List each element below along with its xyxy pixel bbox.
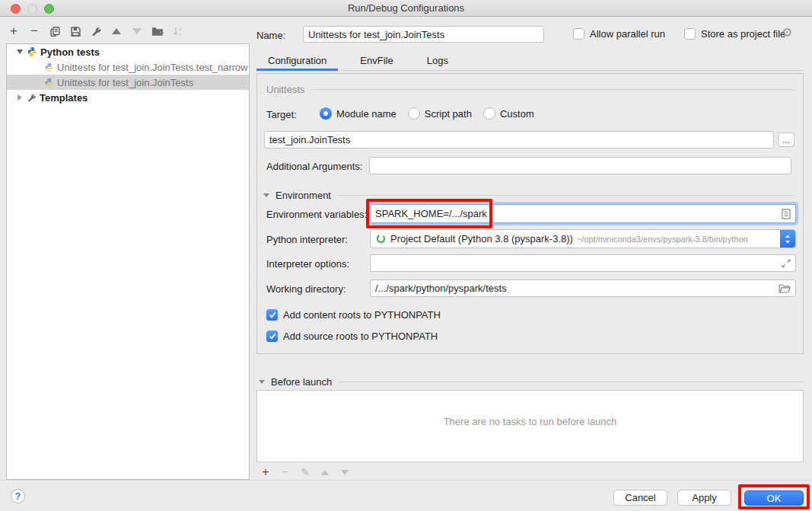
name-label: Name: <box>256 30 285 41</box>
remove-configuration-button[interactable]: − <box>28 25 40 37</box>
tree-item-templates[interactable]: Templates <box>7 90 249 105</box>
before-launch-empty-message: There are no tasks to run before launch <box>257 416 803 427</box>
tab-envfile[interactable]: EnvFile <box>349 49 404 71</box>
radio-script-path[interactable]: Script path <box>408 107 472 120</box>
tree-item-label: Unittests for test_join.JoinTests <box>57 77 193 88</box>
collapse-section-icon[interactable] <box>259 380 265 384</box>
add-source-roots-label: Add source roots to PYTHONPATH <box>283 331 438 342</box>
expand-triangle-icon[interactable] <box>14 50 25 54</box>
add-content-roots-option[interactable]: Add content roots to PYTHONPATH <box>266 309 441 321</box>
add-configuration-button[interactable]: + <box>8 25 20 37</box>
help-button[interactable]: ? <box>11 489 25 503</box>
radio-circle-icon <box>483 107 495 120</box>
title-bar: Run/Debug Configurations <box>0 0 812 17</box>
configurations-toolbar: + − az <box>8 24 184 39</box>
python-test-icon <box>44 62 54 72</box>
move-down-button <box>131 25 143 37</box>
gear-icon[interactable]: ⚙ <box>782 25 792 40</box>
radio-circle-icon <box>320 107 332 120</box>
add-content-roots-checkbox[interactable] <box>266 309 278 321</box>
radio-circle-icon <box>408 107 420 120</box>
dropdown-chevrons-icon[interactable] <box>780 230 795 248</box>
move-task-up-button <box>319 466 331 478</box>
environment-variables-input[interactable]: SPARK_HOME=/.../spark <box>370 204 796 223</box>
save-configuration-icon[interactable] <box>69 25 81 37</box>
before-launch-toolbar: + − ✎ <box>260 465 351 479</box>
before-launch-group-label: Before launch <box>271 376 332 388</box>
python-icon <box>27 46 37 57</box>
python-test-icon <box>44 78 54 88</box>
working-directory-label: Working directory: <box>266 283 346 295</box>
ok-button[interactable]: OK <box>744 490 804 506</box>
unittests-group-header: Unittests <box>266 84 794 95</box>
working-directory-input[interactable]: /.../spark/python/pyspark/tests <box>370 279 796 297</box>
target-label: Target: <box>266 109 297 120</box>
window-title: Run/Debug Configurations <box>348 2 464 14</box>
browse-folder-icon[interactable] <box>779 284 791 293</box>
new-folder-icon[interactable] <box>151 25 164 37</box>
target-input[interactable]: test_join.JoinTests <box>264 131 774 149</box>
edit-templates-wrench-icon[interactable] <box>90 25 102 37</box>
minimize-window-button <box>27 4 37 14</box>
tree-item-unittests-narrow[interactable]: Unittests for test_join.JoinTests.test_n… <box>7 59 249 75</box>
interpreter-path: ~/opt/miniconda3/envs/pyspark-3.8/bin/py… <box>577 235 780 244</box>
conda-env-icon <box>376 234 386 244</box>
store-as-project-file-label: Store as project file <box>701 28 785 40</box>
allow-parallel-run-label: Allow parallel run <box>590 28 665 40</box>
before-launch-group-header[interactable]: Before launch <box>259 376 804 388</box>
tree-item-unittests-jointests-selected[interactable]: Unittests for test_join.JoinTests <box>7 75 249 90</box>
edit-variables-icon[interactable] <box>782 209 791 219</box>
cancel-button[interactable]: Cancel <box>613 490 667 506</box>
python-interpreter-label: Python interpreter: <box>266 234 348 245</box>
tree-item-label: Python tests <box>40 46 100 58</box>
expand-field-icon[interactable] <box>782 259 791 268</box>
unittests-group-label: Unittests <box>266 84 305 95</box>
additional-arguments-label: Additional Arguments: <box>266 161 362 172</box>
add-source-roots-option[interactable]: Add source roots to PYTHONPATH <box>266 331 438 342</box>
footer-divider <box>0 480 812 481</box>
wrench-icon <box>27 93 37 103</box>
radio-custom[interactable]: Custom <box>483 107 534 120</box>
svg-text:z: z <box>179 31 181 37</box>
tree-item-label: Unittests for test_join.JoinTests.test_n… <box>57 62 248 73</box>
store-as-project-file-option[interactable]: Store as project file <box>684 28 785 40</box>
store-as-project-file-checkbox[interactable] <box>684 28 696 40</box>
environment-group-header[interactable]: Environment <box>263 190 794 201</box>
apply-button[interactable]: Apply <box>677 490 731 506</box>
python-interpreter-select[interactable]: Project Default (Python 3.8 (pyspark-3.8… <box>370 229 796 248</box>
copy-configuration-icon[interactable] <box>49 25 61 37</box>
move-up-button[interactable] <box>110 25 123 37</box>
interpreter-name: Project Default (Python 3.8 (pyspark-3.8… <box>390 233 573 244</box>
close-window-button[interactable] <box>11 4 21 14</box>
allow-parallel-run-option[interactable]: Allow parallel run <box>573 28 665 40</box>
allow-parallel-run-checkbox[interactable] <box>573 28 584 40</box>
configuration-tabs: Configuration EnvFile Logs <box>256 49 804 71</box>
edit-task-pencil-icon: ✎ <box>299 466 311 478</box>
configurations-tree: Python tests Unittests for test_join.Joi… <box>6 43 250 480</box>
remove-task-button: − <box>279 466 291 478</box>
zoom-window-button[interactable] <box>44 4 54 14</box>
target-radio-group: Module name Script path Custom <box>320 107 534 120</box>
before-launch-task-list: There are no tasks to run before launch <box>256 390 804 462</box>
sort-alphabetically-icon: az <box>172 25 184 37</box>
collapse-section-icon[interactable] <box>263 193 269 197</box>
additional-arguments-input[interactable] <box>369 157 791 174</box>
tab-configuration[interactable]: Configuration <box>256 49 338 71</box>
environment-variables-label: Environment variables: <box>266 209 367 220</box>
interpreter-options-label: Interpreter options: <box>266 258 349 270</box>
tree-item-python-tests[interactable]: Python tests <box>7 44 249 59</box>
move-task-down-button <box>339 466 351 478</box>
environment-group-label: Environment <box>275 190 331 201</box>
add-source-roots-checkbox[interactable] <box>266 331 278 342</box>
tree-item-label: Templates <box>40 92 88 104</box>
tab-logs[interactable]: Logs <box>416 49 460 71</box>
interpreter-options-input[interactable] <box>370 254 796 272</box>
collapse-triangle-icon[interactable] <box>14 94 25 101</box>
name-input[interactable] <box>303 26 544 43</box>
add-task-button[interactable]: + <box>260 466 272 478</box>
svg-text:a: a <box>179 26 182 31</box>
radio-module-name[interactable]: Module name <box>320 107 396 120</box>
add-content-roots-label: Add content roots to PYTHONPATH <box>283 309 441 321</box>
browse-target-button[interactable]: ... <box>778 133 794 147</box>
